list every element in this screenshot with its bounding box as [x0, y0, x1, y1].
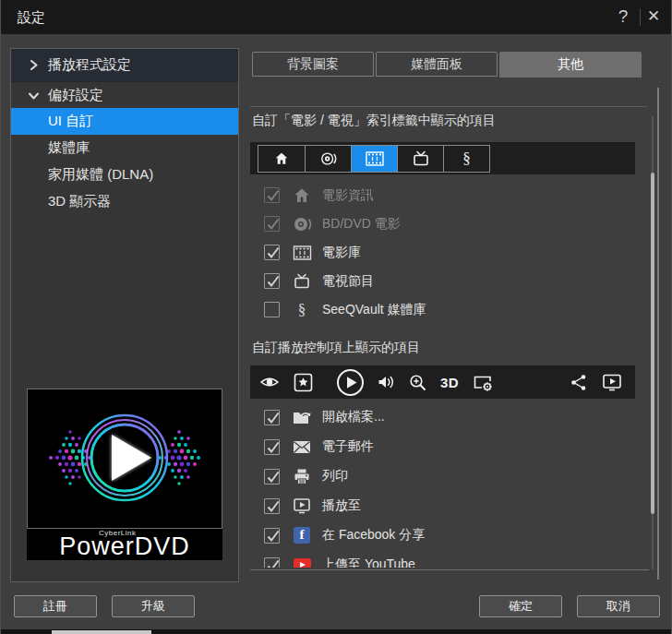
checkbox-checked[interactable]	[264, 245, 280, 260]
play-to-device-icon[interactable]	[602, 373, 622, 391]
sidebar-item-media-library[interactable]: 媒體庫	[11, 135, 238, 161]
powerdvd-product-text: PowerDVD	[27, 532, 222, 561]
movie-tv-section-title: 自訂「電影 / 電視」索引標籤中顯示的項目	[252, 113, 496, 129]
checkbox-checked[interactable]	[264, 469, 280, 484]
home-icon[interactable]	[258, 146, 305, 172]
section-divider	[250, 106, 647, 107]
list-item: 電影資訊	[259, 181, 638, 209]
youtube-icon	[291, 558, 313, 568]
checkbox-checked[interactable]	[264, 557, 280, 568]
item-label: 電影庫	[322, 245, 361, 261]
ok-button[interactable]: 確定	[479, 595, 562, 617]
display-settings-icon[interactable]	[473, 373, 494, 392]
movie-tv-items-list: 電影資訊 BD/DVD 電影 電影庫 電視節目 § SeeQVault 媒體庫	[259, 181, 638, 324]
list-item: 播放至	[259, 491, 638, 520]
button-label: 確定	[509, 598, 533, 615]
movie-library-icon	[291, 245, 313, 260]
tab-media-panel[interactable]: 媒體面板	[376, 52, 498, 77]
list-item: f 在 Facebook 分享	[259, 520, 638, 550]
item-label: 電影資訊	[322, 187, 374, 204]
background-window-edge	[1, 629, 672, 634]
sidebar-item-home-media-dlna[interactable]: 家用媒體 (DLNA)	[11, 161, 238, 188]
upgrade-button[interactable]: 升級	[112, 595, 195, 617]
item-label: 上傳至 YouTube	[322, 556, 415, 568]
button-label: 註冊	[43, 598, 67, 615]
3d-icon[interactable]: 3D	[440, 375, 459, 390]
sidebar-item-label: 家用媒體 (DLNA)	[48, 166, 153, 184]
checkbox-checked[interactable]	[264, 498, 280, 514]
button-label: 升級	[141, 598, 165, 615]
checkbox-checked-disabled	[264, 187, 280, 203]
sidebar-item-label: 3D 顯示器	[48, 193, 111, 210]
background-window-highlight	[52, 630, 151, 634]
eye-icon[interactable]	[259, 375, 280, 389]
tab-label: 其他	[558, 56, 583, 73]
sidebar-group-player-settings[interactable]: 播放程式設定	[11, 49, 238, 82]
list-item: § SeeQVault 媒體庫	[259, 295, 638, 324]
play-circle-icon[interactable]	[336, 368, 365, 397]
help-button[interactable]: ?	[612, 0, 634, 33]
item-label: BD/DVD 電影	[322, 216, 401, 233]
item-label: 列印	[322, 468, 348, 484]
open-file-icon	[291, 409, 313, 425]
sidebar-item-ui-customization[interactable]: UI 自訂	[11, 108, 238, 135]
checkbox-checked[interactable]	[264, 410, 280, 425]
cancel-button[interactable]: 取消	[577, 595, 660, 617]
dialog-title: 設定	[18, 0, 45, 34]
powerdvd-wordmark: CyberLink PowerDVD	[27, 529, 222, 560]
print-icon	[291, 468, 313, 485]
tab-label: 背景圖案	[287, 56, 339, 73]
button-label: 取消	[606, 598, 630, 615]
bookmark-star-icon[interactable]	[294, 373, 313, 392]
volume-icon[interactable]	[377, 374, 395, 390]
movie-library-icon[interactable]	[351, 146, 397, 172]
titlebar-separator	[640, 8, 641, 26]
item-label: 開啟檔案...	[322, 409, 385, 425]
disc-icon[interactable]	[305, 146, 351, 172]
list-item: 開啟檔案...	[259, 402, 638, 432]
tv-icon	[291, 272, 313, 290]
email-icon	[291, 440, 313, 454]
item-label: SeeQVault 媒體庫	[322, 302, 426, 318]
sidebar-group-label: 偏好設定	[48, 87, 103, 104]
list-item: 電影庫	[259, 238, 638, 267]
checkbox-checked-disabled	[264, 216, 280, 232]
play-to-icon	[291, 497, 313, 514]
sidebar-item-label: 媒體庫	[48, 139, 90, 157]
tab-background-image[interactable]: 背景圖案	[252, 52, 374, 77]
title-bar: 設定 ? ✕	[1, 0, 672, 34]
checkbox-checked[interactable]	[264, 273, 280, 289]
item-label: 電視節目	[322, 273, 374, 290]
close-button[interactable]: ✕	[642, 0, 666, 33]
panel-right-edge	[657, 88, 659, 580]
tab-others[interactable]: 其他	[499, 52, 642, 78]
sidebar-group-label: 播放程式設定	[48, 56, 131, 74]
tv-icon[interactable]	[397, 146, 443, 172]
item-label: 在 Facebook 分享	[322, 527, 425, 544]
list-item: 電視節目	[259, 267, 638, 295]
checkbox-checked[interactable]	[264, 528, 280, 544]
facebook-icon: f	[291, 527, 313, 544]
settings-dialog: 設定 ? ✕ 播放程式設定 偏好設定 UI 自訂 媒體庫 家用媒體 (DLNA)	[0, 0, 672, 634]
checkbox-unchecked[interactable]	[264, 302, 280, 317]
list-item-clipped: 上傳至 YouTube	[259, 550, 638, 568]
zoom-in-icon[interactable]	[409, 374, 426, 391]
share-icon[interactable]	[570, 374, 587, 391]
register-button[interactable]: 註冊	[14, 595, 97, 617]
seeqvault-icon[interactable]: §	[443, 146, 489, 172]
list-item: BD/DVD 電影	[259, 209, 638, 238]
powerdvd-logo-image	[27, 389, 222, 529]
tab-label: 媒體面板	[411, 56, 462, 73]
sidebar-item-3d-display[interactable]: 3D 顯示器	[11, 188, 238, 215]
playback-controls-items-list: 開啟檔案... 電子郵件 列印 播放至 f 在 Facebook 分享 上傳至 …	[259, 402, 638, 568]
scrollbar-thumb[interactable]	[651, 173, 654, 514]
checkbox-checked[interactable]	[264, 439, 280, 455]
seeqvault-icon: §	[291, 301, 313, 319]
sidebar-group-preferences[interactable]: 偏好設定	[11, 82, 238, 108]
sidebar-item-label: UI 自訂	[48, 113, 93, 130]
item-label: 播放至	[322, 497, 361, 514]
home-icon	[291, 186, 313, 205]
list-item: 列印	[259, 461, 638, 491]
chevron-down-icon	[27, 89, 40, 102]
playback-controls-preview-strip: 3D	[250, 365, 635, 399]
